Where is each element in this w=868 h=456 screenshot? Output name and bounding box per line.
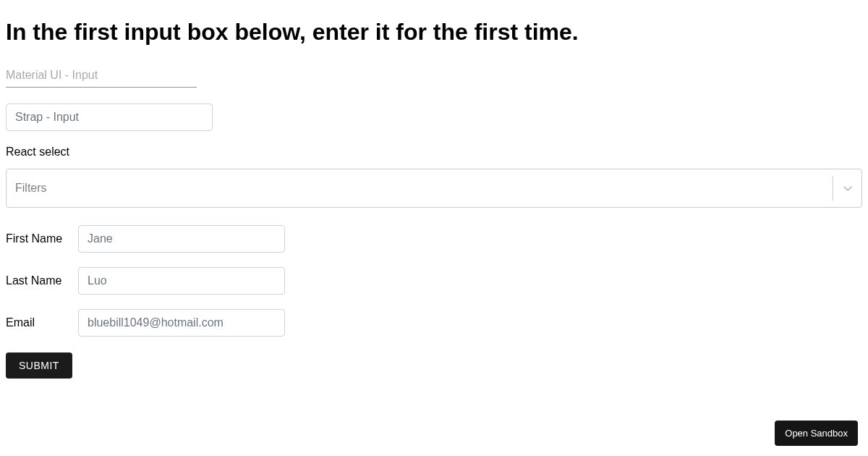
react-select-placeholder: Filters: [7, 180, 833, 196]
field-row-last-name: Last Name: [6, 267, 862, 295]
first-name-input[interactable]: [78, 225, 285, 253]
material-ui-input[interactable]: [6, 64, 197, 88]
react-select-label: React select: [6, 145, 862, 159]
field-row-email: Email: [6, 309, 862, 337]
chevron-down-icon: [833, 176, 861, 200]
first-name-label: First Name: [6, 232, 78, 245]
last-name-label: Last Name: [6, 274, 78, 287]
strap-input[interactable]: [6, 104, 213, 131]
open-sandbox-button[interactable]: Open Sandbox: [775, 421, 858, 446]
email-input[interactable]: [78, 309, 285, 337]
page-heading: In the first input box below, enter it f…: [6, 19, 862, 46]
email-label: Email: [6, 316, 78, 329]
submit-button[interactable]: SUBMIT: [6, 352, 72, 379]
last-name-input[interactable]: [78, 267, 285, 295]
react-select[interactable]: Filters: [6, 169, 862, 208]
mui-input-wrapper: [6, 64, 197, 88]
field-row-first-name: First Name: [6, 225, 862, 253]
